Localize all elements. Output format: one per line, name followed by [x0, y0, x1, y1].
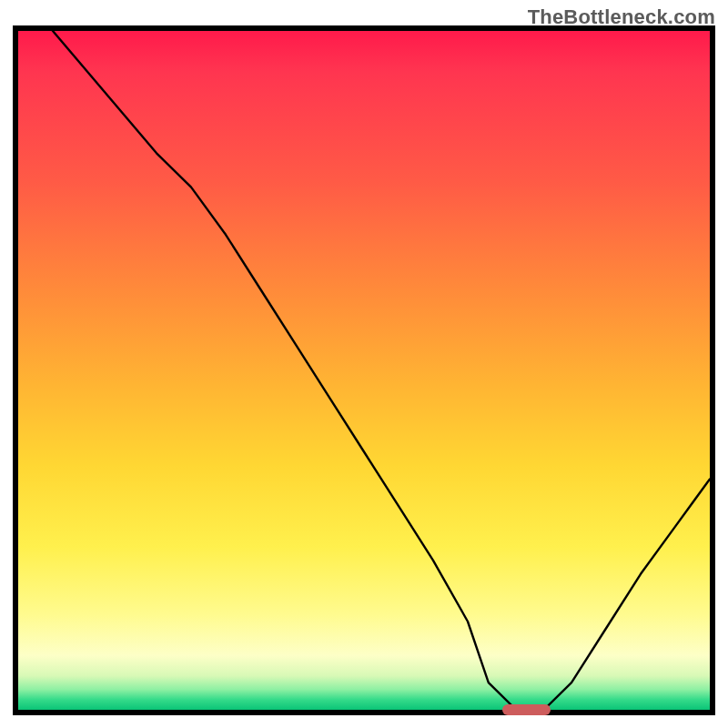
bottleneck-curve: [18, 31, 710, 710]
minimum-marker: [502, 704, 551, 715]
plot-gradient-area: [18, 31, 710, 710]
chart-container: TheBottleneck.com: [0, 0, 728, 728]
plot-frame: [13, 25, 715, 715]
